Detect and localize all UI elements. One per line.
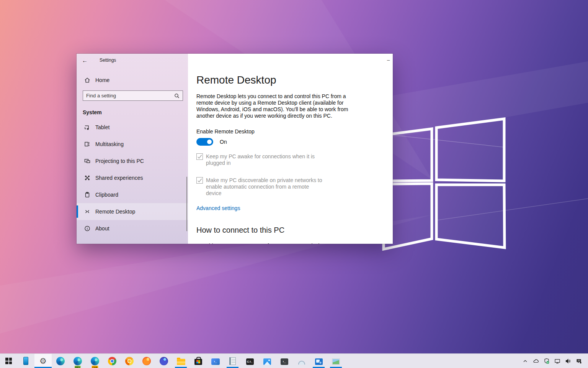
windows-security-icon[interactable] <box>542 357 550 365</box>
titlebar: ← Settings <box>77 54 188 67</box>
back-button[interactable]: ← <box>82 57 93 64</box>
sidebar-item-multitasking[interactable]: Multitasking <box>77 136 188 153</box>
taskbar-file-explorer[interactable] <box>172 354 189 368</box>
sidebar-item-home[interactable]: Home <box>77 73 188 87</box>
hidden-icons-chevron[interactable] <box>521 357 529 365</box>
sidebar-item-remote-desktop[interactable]: Remote Desktop <box>77 203 188 220</box>
firefox-icon <box>142 357 151 365</box>
page-description: Remote Desktop lets you connect to and c… <box>196 93 356 119</box>
discoverable-label: Make my PC discoverable on private netwo… <box>206 177 325 197</box>
taskbar-edge-canary[interactable]: CAN <box>86 354 103 368</box>
taskbar-screen-capture[interactable] <box>310 354 327 368</box>
advanced-settings-link[interactable]: Advanced settings <box>196 205 240 211</box>
clipboard-icon <box>84 192 90 198</box>
windows-start-icon <box>5 358 12 364</box>
checkmark-icon <box>197 154 203 159</box>
chrome-canary-icon <box>125 357 134 365</box>
system-tray <box>521 354 588 368</box>
taskbar-firefox-nightly[interactable] <box>155 354 172 368</box>
sidebar-item-about[interactable]: About <box>77 220 188 237</box>
chrome-icon <box>108 357 116 365</box>
taskbar-edge[interactable] <box>52 354 69 368</box>
pc-name-label: Use this PC name to connect from your re… <box>196 243 393 244</box>
logo-pane-top-right <box>436 119 504 181</box>
microsoft-store-icon <box>194 359 202 365</box>
taskbar-settings[interactable]: ⚙ <box>34 354 52 368</box>
taskbar: ⚙ DEV CAN ›_ C:\_ ›_ <box>0 353 588 368</box>
taskbar-command-prompt[interactable]: C:\_ <box>241 354 258 368</box>
settings-gear-icon: ⚙ <box>39 357 47 365</box>
minimize-button[interactable]: – <box>380 54 393 66</box>
sidebar-scrollbar[interactable] <box>186 177 187 231</box>
how-to-connect-heading: How to connect to this PC <box>196 226 393 235</box>
projecting-icon <box>84 158 90 164</box>
toggle-row: On <box>196 138 393 146</box>
action-center-icon[interactable] <box>575 357 583 365</box>
edge-icon <box>56 357 65 365</box>
settings-window: ← Settings Home System Tablet <box>77 54 393 244</box>
taskbar-image-viewer[interactable] <box>327 354 345 368</box>
discoverable-row: Make my PC discoverable on private netwo… <box>196 177 393 197</box>
about-icon <box>84 225 90 232</box>
enable-remote-desktop-label: Enable Remote Desktop <box>196 128 393 135</box>
search-input[interactable] <box>83 93 183 99</box>
sidebar-item-projecting[interactable]: Projecting to this PC <box>77 153 188 169</box>
network-icon[interactable] <box>553 357 561 365</box>
notepad-icon <box>229 357 236 365</box>
search-box <box>83 90 183 101</box>
powershell-icon: ›_ <box>211 358 220 365</box>
taskbar-microsoft-store[interactable] <box>189 354 207 368</box>
edge-canary-badge: CAN <box>91 366 98 368</box>
taskbar-firefox[interactable] <box>138 354 155 368</box>
sidebar: ← Settings Home System Tablet <box>77 54 188 244</box>
toggle-state-label: On <box>220 139 227 145</box>
taskbar-ear-trumpet[interactable] <box>293 354 310 368</box>
taskbar-edge-dev[interactable]: DEV <box>69 354 86 368</box>
taskbar-your-phone[interactable] <box>17 354 34 368</box>
home-icon <box>84 77 90 83</box>
window-title: Settings <box>100 58 116 63</box>
image-viewer-icon <box>332 358 340 365</box>
taskbar-notepad[interactable] <box>224 354 241 368</box>
keep-awake-checkbox[interactable] <box>196 153 203 160</box>
taskbar-start-button[interactable] <box>0 354 17 368</box>
edge-dev-badge: DEV <box>74 366 80 368</box>
sidebar-nav: Tablet Multitasking Projecting to this P… <box>77 119 188 237</box>
search-icon[interactable] <box>174 93 180 100</box>
remote-desktop-icon <box>84 209 90 215</box>
sidebar-item-tablet[interactable]: Tablet <box>77 119 188 136</box>
taskbar-photos[interactable] <box>258 354 276 368</box>
volume-icon[interactable] <box>564 357 572 365</box>
discoverable-checkbox[interactable] <box>196 177 203 184</box>
command-prompt-icon: C:\_ <box>246 358 254 365</box>
page-title: Remote Desktop <box>196 74 393 86</box>
window-controls: – ✕ <box>380 54 393 66</box>
enable-remote-desktop-toggle[interactable] <box>196 138 213 146</box>
sidebar-item-shared-experiences[interactable]: Shared experiences <box>77 169 188 186</box>
screen-capture-icon <box>315 358 323 365</box>
taskbar-powershell[interactable]: ›_ <box>207 354 224 368</box>
tablet-icon <box>84 124 90 130</box>
taskbar-chrome-canary[interactable] <box>121 354 138 368</box>
ear-trumpet-icon <box>298 361 305 365</box>
your-phone-icon <box>23 357 28 365</box>
keep-awake-label: Keep my PC awake for connections when it… <box>206 153 325 166</box>
firefox-nightly-icon <box>160 357 168 365</box>
taskbar-chrome[interactable] <box>103 354 121 368</box>
shared-experiences-icon <box>84 175 90 181</box>
edge-dev-icon <box>74 357 82 365</box>
photos-icon <box>263 358 271 365</box>
onedrive-icon[interactable] <box>532 357 540 365</box>
multitasking-icon <box>84 141 90 147</box>
taskbar-windows-terminal[interactable]: ›_ <box>276 354 293 368</box>
file-explorer-icon <box>177 359 185 365</box>
keep-awake-row: Keep my PC awake for connections when it… <box>196 153 393 166</box>
sidebar-section-system: System <box>77 109 188 115</box>
checkmark-icon <box>197 177 203 183</box>
toggle-knob <box>207 140 212 144</box>
edge-canary-icon <box>91 357 99 365</box>
windows-terminal-icon: ›_ <box>281 358 288 365</box>
settings-content: – ✕ Remote Desktop Remote Desktop lets y… <box>188 54 393 244</box>
sidebar-item-label: Home <box>95 77 109 83</box>
sidebar-item-clipboard[interactable]: Clipboard <box>77 186 188 203</box>
